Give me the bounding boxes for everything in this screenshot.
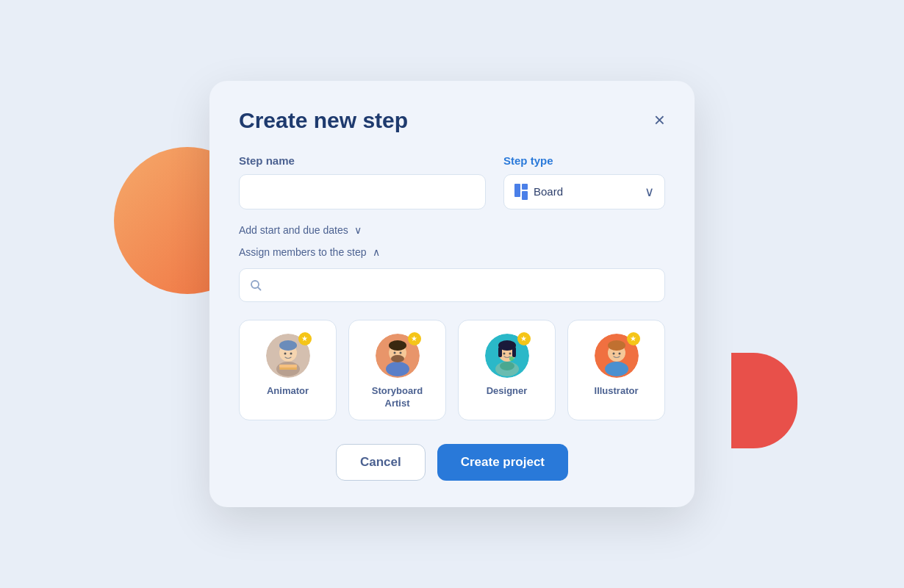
svg-point-32 <box>618 352 620 354</box>
members-toggle[interactable]: Assign members to the step ∧ <box>239 246 380 258</box>
step-type-group: Step type Board ∨ <box>503 154 665 209</box>
svg-point-16 <box>399 351 401 354</box>
member-name-storyboard: StoryboardArtist <box>372 385 423 410</box>
members-chevron-up-icon: ∧ <box>373 246 380 258</box>
step-name-input[interactable] <box>239 174 486 209</box>
create-project-button[interactable]: Create project <box>437 444 568 481</box>
board-icon <box>514 184 528 200</box>
member-card-illustrator[interactable]: ★ Illustrator <box>567 320 665 421</box>
bg-red-shape <box>731 353 797 448</box>
svg-point-14 <box>389 340 406 351</box>
step-type-label: Step type <box>503 154 665 167</box>
svg-point-25 <box>509 352 511 354</box>
member-search-input[interactable] <box>269 279 654 291</box>
svg-rect-4 <box>279 365 297 368</box>
star-badge-illustrator: ★ <box>627 332 640 345</box>
form-row: Step name Step type Board <box>239 154 665 209</box>
svg-point-28 <box>605 362 628 376</box>
member-card-storyboard[interactable]: ★ StoryboardArtist <box>348 320 446 421</box>
svg-point-30 <box>608 340 625 351</box>
svg-point-8 <box>284 352 286 354</box>
dates-toggle[interactable]: Add start and due dates ∨ <box>239 224 362 236</box>
step-type-value: Board <box>534 185 563 198</box>
svg-rect-22 <box>498 347 502 357</box>
step-type-select[interactable]: Board ∨ <box>503 174 665 209</box>
modal-header: Create new step × <box>239 107 665 134</box>
search-box <box>239 268 665 302</box>
star-badge-designer: ★ <box>517 332 531 345</box>
create-step-modal: Create new step × Step name Step type <box>209 81 695 508</box>
svg-point-31 <box>612 352 614 354</box>
step-name-label: Step name <box>239 154 486 167</box>
svg-point-15 <box>393 351 395 354</box>
star-badge-storyboard: ★ <box>408 332 421 345</box>
members-grid: ★ Animator <box>239 320 665 421</box>
cancel-button[interactable]: Cancel <box>336 444 426 481</box>
svg-rect-23 <box>512 347 516 357</box>
member-card-animator[interactable]: ★ Animator <box>239 320 337 421</box>
close-button[interactable]: × <box>654 110 665 129</box>
member-name-animator: Animator <box>267 385 309 398</box>
member-name-illustrator: Illustrator <box>595 385 639 398</box>
svg-point-26 <box>509 356 514 361</box>
chevron-down-icon: ∨ <box>645 184 654 200</box>
modal-footer: Cancel Create project <box>239 444 665 481</box>
members-toggle-label: Assign members to the step <box>239 246 367 258</box>
svg-point-7 <box>279 340 297 351</box>
svg-point-24 <box>503 352 505 354</box>
dates-chevron-down-icon: ∨ <box>354 224 362 236</box>
svg-point-9 <box>290 352 292 354</box>
star-badge-animator: ★ <box>298 332 312 345</box>
svg-line-1 <box>258 287 261 290</box>
svg-point-19 <box>500 362 514 370</box>
svg-point-13 <box>391 355 404 362</box>
modal-title: Create new step <box>239 107 408 134</box>
step-name-group: Step name <box>239 154 486 209</box>
svg-point-11 <box>386 362 409 376</box>
member-card-designer[interactable]: ★ Designer <box>458 320 556 421</box>
svg-rect-5 <box>279 368 297 370</box>
member-name-designer: Designer <box>487 385 528 398</box>
dates-toggle-label: Add start and due dates <box>239 224 348 236</box>
search-icon <box>250 279 262 291</box>
